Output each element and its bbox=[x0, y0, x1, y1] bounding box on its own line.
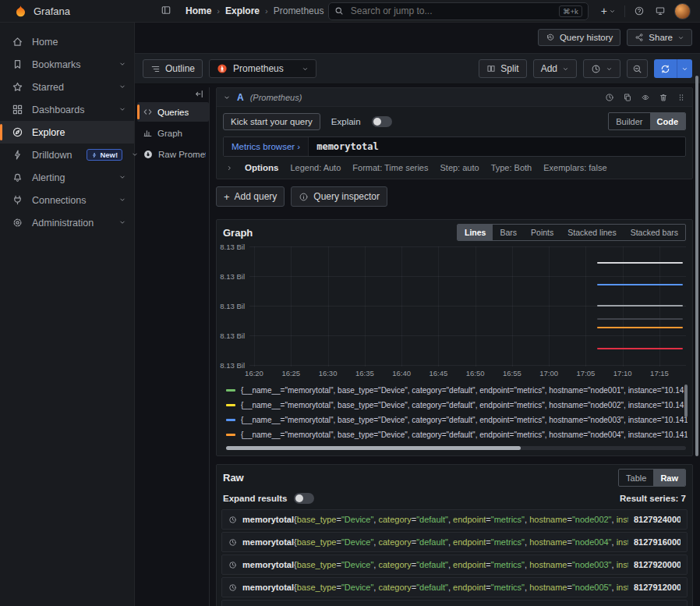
code-mode-button[interactable]: Code bbox=[650, 113, 686, 129]
legend-item[interactable]: {__name__="memorytotal", base_type="Devi… bbox=[226, 383, 688, 398]
zoom-out-button[interactable] bbox=[627, 59, 648, 78]
y-axis-tick: 8.13 Bil bbox=[220, 302, 245, 310]
chevron-down-icon[interactable] bbox=[223, 94, 231, 101]
add-query-button[interactable]: + Add query bbox=[216, 186, 285, 207]
add-dropdown-button[interactable]: Add bbox=[533, 59, 577, 78]
create-alert-icon[interactable] bbox=[605, 93, 614, 102]
graph-mode-bars[interactable]: Bars bbox=[493, 225, 524, 240]
search-text-field[interactable] bbox=[349, 5, 553, 17]
explain-label: Explain bbox=[331, 117, 361, 126]
subnav-item-label: Raw Prometheus bbox=[158, 150, 206, 159]
sidebar-item-alerting[interactable]: Alerting bbox=[0, 166, 134, 189]
graph-mode-stacked-lines[interactable]: Stacked lines bbox=[560, 225, 623, 240]
raw-series-row[interactable]: memorytotal{base_type="Device", category… bbox=[221, 600, 688, 606]
sidebar-item-administration[interactable]: Administration bbox=[0, 211, 134, 234]
kick-start-query-button[interactable]: Kick start your query bbox=[223, 113, 320, 130]
duplicate-query-icon[interactable] bbox=[623, 93, 632, 102]
raw-series-row[interactable]: memorytotal{base_type="Device", category… bbox=[221, 555, 688, 575]
series-clock-icon bbox=[228, 583, 237, 592]
chevron-down-icon bbox=[681, 66, 688, 73]
subnav-item-graph[interactable]: Graph bbox=[137, 123, 209, 143]
series-line bbox=[597, 284, 683, 285]
raw-series-row[interactable]: memorytotal{base_type="Device", category… bbox=[221, 509, 688, 530]
explain-toggle[interactable] bbox=[372, 116, 392, 127]
series-clock-icon bbox=[228, 538, 237, 547]
bolt-icon bbox=[91, 152, 97, 158]
breadcrumb-item-explore[interactable]: Explore bbox=[225, 5, 260, 16]
page-scrollbar[interactable] bbox=[695, 76, 698, 456]
query-history-button[interactable]: Query history bbox=[538, 29, 620, 46]
graph-mode-points[interactable]: Points bbox=[524, 225, 560, 240]
series-value: 8127924000 bbox=[634, 515, 681, 524]
datasource-picker[interactable]: Prometheus bbox=[209, 59, 316, 78]
user-avatar[interactable] bbox=[674, 3, 691, 19]
collapse-panel-icon[interactable] bbox=[194, 89, 204, 99]
chevron-down-icon bbox=[118, 83, 126, 90]
scrollbar-thumb[interactable] bbox=[226, 446, 521, 450]
sidebar-item-home[interactable]: Home bbox=[0, 30, 134, 53]
breadcrumb-separator: › bbox=[265, 6, 268, 16]
news-button[interactable] bbox=[653, 4, 667, 18]
sidebar-item-label: Explore bbox=[32, 127, 65, 138]
sidebar-item-starred[interactable]: Starred bbox=[0, 76, 134, 98]
drag-grip-icon[interactable] bbox=[677, 93, 686, 102]
legend-item[interactable]: {__name__="memorytotal", base_type="Devi… bbox=[226, 427, 688, 442]
x-axis-tick: 16:20 bbox=[245, 369, 263, 377]
series-label-set: memorytotal{base_type="Device", category… bbox=[242, 515, 628, 524]
sidebar-item-bookmarks[interactable]: Bookmarks bbox=[0, 53, 134, 76]
grid-line bbox=[249, 276, 686, 277]
share-button[interactable]: Share bbox=[627, 29, 692, 46]
option-step: Step: auto bbox=[440, 163, 479, 172]
metrics-browser-link[interactable]: Metrics browser › bbox=[224, 137, 309, 156]
table-view-button[interactable]: Table bbox=[619, 470, 653, 486]
legend-series-label: {__name__="memorytotal", base_type="Devi… bbox=[241, 431, 688, 439]
outline-button[interactable]: Outline bbox=[143, 59, 203, 78]
raw-view-button[interactable]: Raw bbox=[653, 470, 685, 486]
promql-query-input[interactable] bbox=[309, 137, 685, 156]
graph-mode-lines[interactable]: Lines bbox=[458, 225, 493, 240]
sidebar-item-drilldown[interactable]: DrilldownNew! bbox=[0, 144, 134, 166]
raw-panel-title: Raw bbox=[223, 472, 244, 484]
time-range-button[interactable] bbox=[583, 59, 620, 78]
refresh-button[interactable] bbox=[654, 59, 692, 78]
legend-horizontal-scrollbar[interactable] bbox=[226, 446, 686, 450]
new-dropdown-button[interactable]: + bbox=[599, 4, 617, 18]
disable-query-eye-icon[interactable] bbox=[641, 93, 650, 102]
subnav-item-raw-prometheus[interactable]: Raw Prometheus bbox=[137, 144, 209, 164]
legend-item[interactable]: {__name__="memorytotal", base_type="Devi… bbox=[226, 442, 688, 444]
administration-icon bbox=[12, 217, 23, 229]
chevron-down-icon bbox=[118, 218, 126, 226]
graph-plot-area[interactable]: 8.13 Bil8.13 Bil8.13 Bil8.13 Bil8.13 Bil bbox=[249, 246, 686, 367]
option-exemplars: Exemplars: false bbox=[543, 163, 606, 172]
sidebar-item-dashboards[interactable]: Dashboards bbox=[0, 98, 134, 121]
sidebar-item-connections[interactable]: Connections bbox=[0, 189, 134, 211]
expand-results-toggle[interactable] bbox=[294, 493, 314, 504]
help-button[interactable] bbox=[632, 4, 646, 18]
query-options-row[interactable]: Options Legend: Auto Format: Time series… bbox=[223, 163, 686, 172]
query-inspector-button[interactable]: Query inspector bbox=[291, 186, 387, 207]
subnav-item-queries[interactable]: Queries bbox=[137, 102, 209, 122]
legend-item[interactable]: {__name__="memorytotal", base_type="Devi… bbox=[226, 413, 688, 427]
remove-query-trash-icon[interactable] bbox=[659, 93, 668, 102]
builder-mode-button[interactable]: Builder bbox=[609, 113, 649, 129]
breadcrumb-item-prometheus[interactable]: Prometheus bbox=[274, 5, 324, 16]
search-input[interactable]: ⌘+k bbox=[328, 2, 589, 20]
mega-menu-toggle-button[interactable] bbox=[159, 3, 173, 19]
sidebar-item-explore[interactable]: Explore bbox=[0, 121, 134, 144]
series-line bbox=[597, 318, 683, 320]
raw-series-row[interactable]: memorytotal{base_type="Device", category… bbox=[221, 577, 688, 597]
graph-mode-stacked-bars[interactable]: Stacked bars bbox=[624, 225, 685, 240]
grid-line bbox=[401, 246, 402, 367]
sidebar-item-label: Home bbox=[32, 37, 58, 48]
legend-item[interactable]: {__name__="memorytotal", base_type="Devi… bbox=[226, 398, 688, 413]
query-row-header[interactable]: A (Prometheus) bbox=[217, 88, 692, 107]
split-button[interactable]: Split bbox=[479, 59, 526, 78]
series-value: 8127916000 bbox=[634, 537, 681, 547]
breadcrumb: Home › Explore › Prometheus bbox=[186, 5, 323, 16]
subnav-item-label: Queries bbox=[157, 108, 189, 117]
clock-icon bbox=[591, 64, 601, 74]
sidebar-item-label: Bookmarks bbox=[32, 59, 81, 70]
raw-series-row[interactable]: memorytotal{base_type="Device", category… bbox=[221, 532, 688, 552]
breadcrumb-item-home[interactable]: Home bbox=[186, 5, 211, 16]
legend-vertical-scrollbar[interactable] bbox=[684, 385, 688, 417]
